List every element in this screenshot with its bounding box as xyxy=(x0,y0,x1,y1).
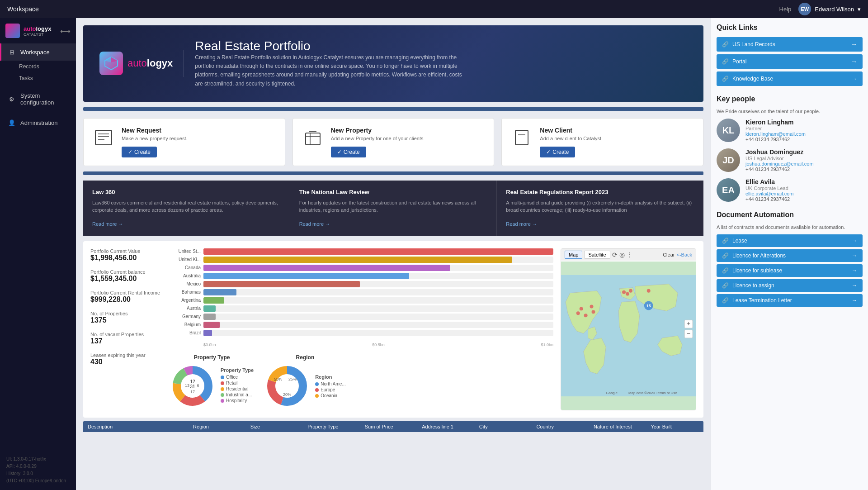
news-3-link[interactable]: Read more → xyxy=(506,221,537,227)
card-2-create-button[interactable]: ✓ Create xyxy=(331,147,366,157)
hero-cube-icon xyxy=(99,52,123,75)
svg-text:Google: Google xyxy=(606,391,618,395)
doc-automation-title: Document Automation xyxy=(717,211,863,219)
legend-industrial: Industrial a... xyxy=(221,392,254,397)
quick-link-2-label: Portal xyxy=(732,58,746,65)
news-card-3: Real Estate Regulations Report 2023 A mu… xyxy=(497,181,703,236)
news-row: Law 360 Law360 covers commercial and res… xyxy=(83,181,703,236)
map-back-button[interactable]: <-Back xyxy=(676,252,692,257)
sidebar-item-administration[interactable]: 👤 Administration xyxy=(0,114,76,131)
donut-region-legend: Region North Ame... Europe Oceania xyxy=(315,374,346,399)
hero-brand-text: autologyx xyxy=(127,57,173,69)
news-3-title: Real Estate Regulations Report 2023 xyxy=(506,189,694,195)
sidebar-item-system-config[interactable]: ⚙ System configuration xyxy=(0,88,76,110)
person-role-ellie: UK Corporate Lead xyxy=(745,186,794,191)
arrow-icon-1: → xyxy=(851,41,857,48)
svg-text:20%: 20% xyxy=(283,392,291,397)
action-card-property: New Property Add a new Property for one … xyxy=(292,118,495,166)
help-link[interactable]: Help xyxy=(779,6,792,13)
news-1-title: Law 360 xyxy=(92,189,281,195)
quick-link-knowledge[interactable]: 🔗 Knowledge Base → xyxy=(717,71,863,86)
logo-brand: autologyx xyxy=(24,25,51,32)
map-clear-button[interactable]: Clear xyxy=(663,252,675,257)
quick-link-us-land[interactable]: 🔗 US Land Records → xyxy=(717,37,863,52)
svg-rect-3 xyxy=(95,130,112,145)
workspace-icon: ⊞ xyxy=(8,48,16,56)
admin-label: Administration xyxy=(20,119,57,126)
doc-link-lease[interactable]: 🔗 Lease → xyxy=(717,234,863,247)
stat-vacant: No. of vacant Properties 137 xyxy=(90,332,163,345)
stat-vacant-label: No. of vacant Properties xyxy=(90,332,163,337)
person-phone-kieron: +44 01234 2937462 xyxy=(745,137,806,142)
sidebar-bottom: UI: 1.3.0-0.17-hotfix API: 4.0.0-0.29 Hi… xyxy=(0,450,76,490)
stat-portfolio-value: Portfolio Current Value $1,998,456.00 xyxy=(90,248,163,262)
stats-column: Portfolio Current Value $1,998,456.00 Po… xyxy=(90,248,163,410)
user-menu[interactable]: EW Edward Wilson ▾ xyxy=(798,3,861,15)
news-card-2: The National Law Review For hourly updat… xyxy=(290,181,497,236)
svg-text:17: 17 xyxy=(190,390,195,394)
person-card-kieron: KL Kieron Lingham Partner kieron.lingham… xyxy=(717,119,863,142)
bar-chart-row: Bahamas xyxy=(170,289,553,295)
map-body: 15 + − Google Map data ©2023 Terms of Us… xyxy=(561,262,696,410)
checkmark-icon-2: ✓ xyxy=(337,149,342,155)
news-2-link[interactable]: Read more → xyxy=(299,221,330,227)
news-2-title: The National Law Review xyxy=(299,189,488,195)
doc-link-termination[interactable]: 🔗 Lease Termination Letter → xyxy=(717,294,863,307)
bar-chart-row: Mexico xyxy=(170,281,553,287)
stat-rental-income: Portfolio Current Rental Income $999,228… xyxy=(90,290,163,304)
sidebar-sub-tasks[interactable]: Tasks xyxy=(0,72,76,84)
quick-link-portal[interactable]: 🔗 Portal → xyxy=(717,54,863,69)
sidebar-toggle-icon[interactable]: ⟷ xyxy=(60,27,71,35)
col-description: Description xyxy=(83,421,189,432)
card-2-title: New Property xyxy=(331,127,485,134)
person-email-kieron: kieron.lingham@email.com xyxy=(745,131,806,137)
request-card-icon xyxy=(93,127,114,148)
map-icon-1: ⟳ xyxy=(612,251,618,258)
bar-chart-row: Argentina xyxy=(170,297,553,304)
satellite-button[interactable]: Satellite xyxy=(584,251,610,259)
stat-rental-value: $999,228.00 xyxy=(90,295,163,304)
col-country: Country xyxy=(532,421,589,432)
stat-portfolio-balance: Portfolio Current balance $1,559,345.00 xyxy=(90,269,163,283)
sidebar-sub-records[interactable]: Records xyxy=(0,61,76,72)
donut-property-legend: Property Type Office Retail Residential … xyxy=(221,367,254,404)
map-icon-2: ◎ xyxy=(619,251,625,258)
quick-links-title: Quick Links xyxy=(717,24,863,32)
doc-label-5: Lease Termination Letter xyxy=(732,297,792,304)
map-button[interactable]: Map xyxy=(565,251,582,259)
client-card-icon xyxy=(511,127,533,148)
svg-text:31: 31 xyxy=(190,384,195,389)
news-3-desc: A multi-jurisdictional guide providing (… xyxy=(506,199,694,214)
action-card-client: New Client Add a new client to Catalyst … xyxy=(501,118,703,166)
map-toolbar: Map Satellite ⟳ ◎ ⋮ Clear <-Back xyxy=(561,249,696,261)
svg-text:Map data ©2023  Terms of Use: Map data ©2023 Terms of Use xyxy=(628,391,677,395)
stat-balance-label: Portfolio Current balance xyxy=(90,269,163,275)
news-1-link[interactable]: Read more → xyxy=(92,221,123,227)
stat-balance-value: $1,559,345.00 xyxy=(90,275,163,283)
topbar-right: Help EW Edward Wilson ▾ xyxy=(779,3,861,15)
sidebar-logo: autologyx CATALYST ⟷ xyxy=(0,18,76,42)
doc-label-4: Licence to assign xyxy=(732,282,774,289)
svg-point-39 xyxy=(629,289,632,292)
svg-point-40 xyxy=(647,289,651,292)
stat-num-value: 1375 xyxy=(90,316,163,324)
col-city: City xyxy=(475,421,532,432)
avatar-ellie: EA xyxy=(717,178,740,202)
card-3-create-button[interactable]: ✓ Create xyxy=(540,147,575,157)
sidebar-item-workspace[interactable]: ⊞ Workspace xyxy=(0,43,76,61)
card-1-create-button[interactable]: ✓ Create xyxy=(122,147,157,157)
card-3-title: New Client xyxy=(540,127,694,134)
svg-text:25%: 25% xyxy=(288,377,297,381)
bar-chart-row: Austria xyxy=(170,305,553,312)
section-bar-1 xyxy=(83,107,703,111)
doc-link-licence-alt[interactable]: 🔗 Licence for Alterations → xyxy=(717,249,863,262)
main-content: autologyx Real Estate Portfolio Creating… xyxy=(76,18,711,490)
bar-chart-row: Belgium xyxy=(170,322,553,328)
doc-link-licence-assign[interactable]: 🔗 Licence to assign → xyxy=(717,279,863,292)
stat-portfolio-value-label: Portfolio Current Value xyxy=(90,248,163,254)
doc-icon-5: 🔗 xyxy=(722,297,729,304)
doc-link-licence-sub[interactable]: 🔗 Licence for sublease → xyxy=(717,264,863,277)
arrow-icon-2: → xyxy=(851,58,857,65)
system-config-label: System configuration xyxy=(20,92,70,106)
person-role-joshua: US Legal Advisor xyxy=(745,156,814,161)
